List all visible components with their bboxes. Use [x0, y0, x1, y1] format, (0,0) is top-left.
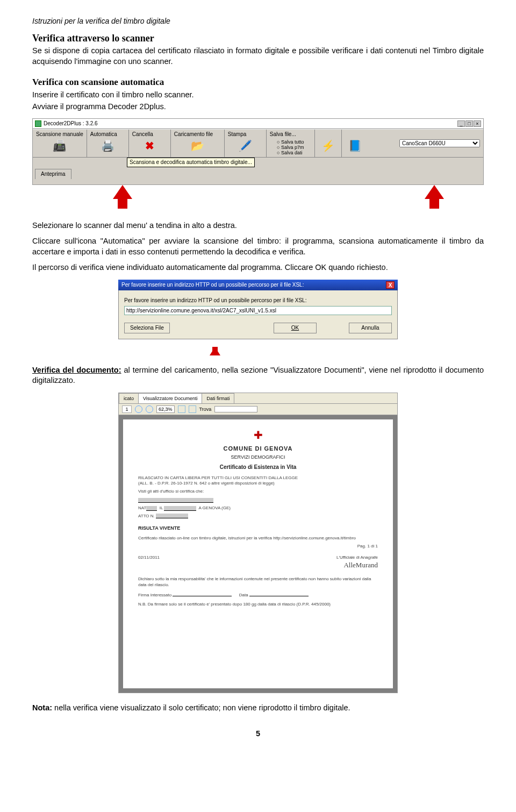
group-salva: Salva file... Salva tutto Salva p7m Salv… — [267, 130, 315, 157]
dialog-label: Per favore inserire un indirizzo HTTP od… — [124, 297, 392, 304]
bolt-icon: ⚡ — [319, 139, 337, 153]
para-percorso: Il percorso di verifica viene individuat… — [32, 262, 484, 273]
label-atto: ATTO N. — [138, 514, 155, 518]
scanner-auto-icon: 🖨️ — [98, 139, 117, 153]
para-intro: Se si dispone di copia cartacea del cert… — [32, 46, 484, 67]
annulla-button[interactable]: Annulla — [349, 323, 392, 333]
doc-title: Certificato di Esistenza in Vita — [138, 464, 378, 471]
window-titlebar: Decoder2DPlus : 3.2.6 _ □ × — [33, 119, 483, 129]
doc-dept: SERVIZI DEMOGRAFICI — [138, 454, 378, 460]
btn-scansione-manuale[interactable]: Scansione manuale 📠 — [33, 130, 87, 157]
app-icon — [35, 120, 41, 127]
doc-nb: N.B. Da firmare solo se il certificato e… — [138, 602, 378, 608]
heading-scansione-auto: Verifica con scansione automatica — [32, 76, 484, 89]
para-selezionare: Selezionare lo scanner dal menu' a tendi… — [32, 220, 484, 231]
arrow-indicator-left — [113, 185, 132, 199]
doc-cert-line: Certificato rilasciato on-line con timbr… — [138, 536, 378, 542]
tab-anteprima[interactable]: Anteprima — [35, 169, 71, 179]
delete-icon: ✖ — [140, 139, 159, 153]
screenshot-viewer: icato Visualizzatore Documenti Dati firm… — [32, 393, 484, 693]
label: Stampa — [228, 131, 246, 138]
tool-button-2[interactable] — [189, 405, 196, 413]
zoom-out-button[interactable] — [135, 405, 142, 413]
label-nat: NAT — [138, 505, 146, 510]
doc-pag: Pag. 1 di 1 — [138, 544, 378, 550]
label-nat-loc: A GENOVA (GE) — [198, 505, 230, 510]
btn-action2[interactable]: 📘 — [342, 130, 369, 157]
doc-declaration: Dichiaro sotto la mia responsabilita' ch… — [138, 576, 378, 588]
tab-dati-firmati[interactable]: Dati firmati — [202, 393, 234, 403]
label-data: Data — [239, 593, 248, 597]
page-number-footer: 5 — [32, 729, 484, 739]
para-avviare: Avviare il programma Decoder 2Dplus. — [32, 102, 484, 112]
dialog-title: Per favore inserire un indirizzo HTTP od… — [121, 281, 304, 289]
find-label: Trova — [199, 406, 212, 412]
minimize-button[interactable]: _ — [457, 120, 465, 127]
btn-automatica[interactable]: Automatica 🖨️ — [87, 130, 129, 157]
label-firma: Firma Interessato — [138, 593, 171, 597]
tab-visualizzatore[interactable]: Visualizzatore Documenti — [138, 393, 202, 403]
doc-org: COMUNE DI GENOVA — [138, 445, 378, 453]
document-page: ✚ COMUNE DI GENOVA SERVIZI DEMOGRAFICI C… — [123, 419, 393, 688]
tooltip: Scansiona e decodifica automatica timbro… — [127, 158, 255, 167]
screenshot-decoder-toolbar: Decoder2DPlus : 3.2.6 _ □ × Scansione ma… — [32, 118, 484, 210]
scanner-select-area: CanoScan D660U — [369, 130, 483, 157]
doc-line1: RILASCIATO IN CARTA LIBERA PER TUTTI GLI… — [138, 475, 378, 481]
heading-verifica-scanner: Verifica attraverso lo scanner — [32, 32, 484, 45]
label: Scansione manuale — [36, 131, 83, 138]
doc-line3: Visti gli atti d'ufficio si certifica ch… — [138, 489, 378, 495]
arrow-indicator-ok — [210, 347, 220, 355]
doc-date: 02/11/2011 — [138, 555, 160, 570]
label: Cancella — [132, 131, 153, 138]
label: Salva file... — [270, 131, 296, 138]
arrow-indicator-right — [425, 185, 444, 199]
scanner-dropdown[interactable]: CanoScan D660U — [399, 139, 480, 147]
book-icon: 📘 — [346, 139, 364, 153]
screenshot-xsl-dialog: Per favore inserire un indirizzo HTTP od… — [32, 280, 484, 355]
signature: AlleMurand — [343, 561, 378, 569]
page-number[interactable]: 1 — [122, 405, 132, 413]
seleziona-file-button[interactable]: Seleziona File — [124, 323, 170, 333]
crest-icon: ✚ — [138, 428, 378, 443]
tab-icato[interactable]: icato — [119, 393, 139, 403]
btn-caricamento[interactable]: Caricamento file 📂 — [171, 130, 225, 157]
text: nella verifica viene visualizzato il sol… — [52, 703, 350, 712]
print-icon: 🖊️ — [236, 139, 254, 153]
label-nota: Nota: — [32, 703, 52, 712]
xsl-path-input[interactable] — [124, 306, 392, 315]
zoom-level[interactable]: 62,3% — [156, 405, 175, 413]
folder-icon: 📂 — [188, 139, 206, 153]
close-button[interactable]: X — [386, 281, 395, 289]
label: Automatica — [90, 131, 117, 138]
para-nota: Nota: nella verifica viene visualizzato … — [32, 703, 484, 714]
field-name — [138, 498, 213, 503]
zoom-in-button[interactable] — [146, 405, 153, 413]
btn-action1[interactable]: ⚡ — [315, 130, 342, 157]
para-verifica-doc: Verifica del documento: al termine del c… — [32, 365, 484, 386]
para-inserire: Inserire il certificato con il timbro ne… — [32, 90, 484, 101]
window-title: Decoder2DPlus : 3.2.6 — [44, 120, 98, 127]
doc-header: Istruzioni per la verifica del timbro di… — [32, 16, 484, 26]
tool-button-1[interactable] — [178, 405, 185, 413]
para-cliccare: Cliccare sull'icona "Automatica" per avv… — [32, 236, 484, 257]
dialog-titlebar: Per favore inserire un indirizzo HTTP od… — [118, 280, 398, 290]
radio-salva-dati[interactable]: Salva dati — [277, 151, 304, 156]
label-bold: Verifica del documento: — [32, 366, 121, 374]
doc-ufficiale: L'Ufficiale di Anagrafe — [336, 555, 378, 560]
close-button[interactable]: × — [474, 120, 481, 127]
risulta-vivente: RISULTA VIVENTE — [138, 525, 378, 531]
ok-button[interactable]: OK — [274, 323, 317, 333]
doc-line2: (ALL. B. - D.P.R. 26-10-1972 N. 642 o al… — [138, 481, 378, 487]
find-input[interactable] — [214, 406, 257, 412]
label: Caricamento file — [174, 131, 213, 138]
btn-stampa[interactable]: Stampa 🖊️ — [225, 130, 267, 157]
maximize-button[interactable]: □ — [465, 120, 473, 127]
scanner-icon: 📠 — [51, 139, 69, 153]
btn-cancella[interactable]: Cancella ✖ — [129, 130, 171, 157]
